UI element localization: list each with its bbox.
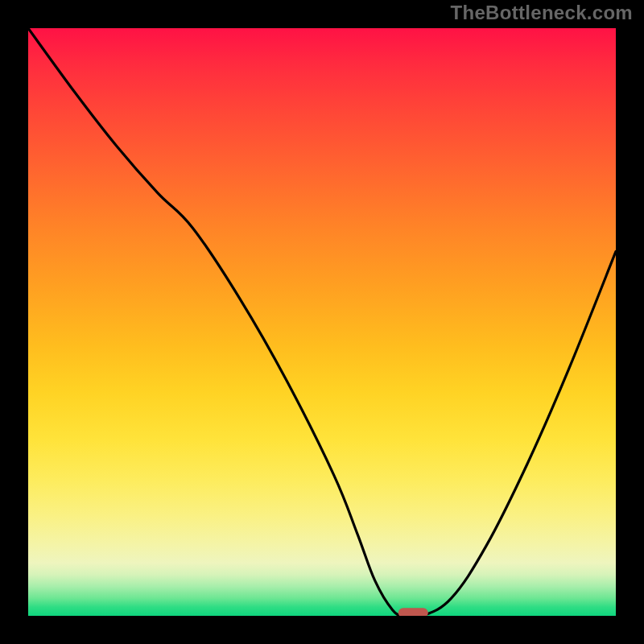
plot-area <box>28 28 616 616</box>
chart-frame: TheBottleneck.com <box>0 0 644 644</box>
optimal-marker <box>398 609 428 616</box>
watermark-text: TheBottleneck.com <box>451 2 633 24</box>
bottleneck-curve <box>28 28 616 616</box>
